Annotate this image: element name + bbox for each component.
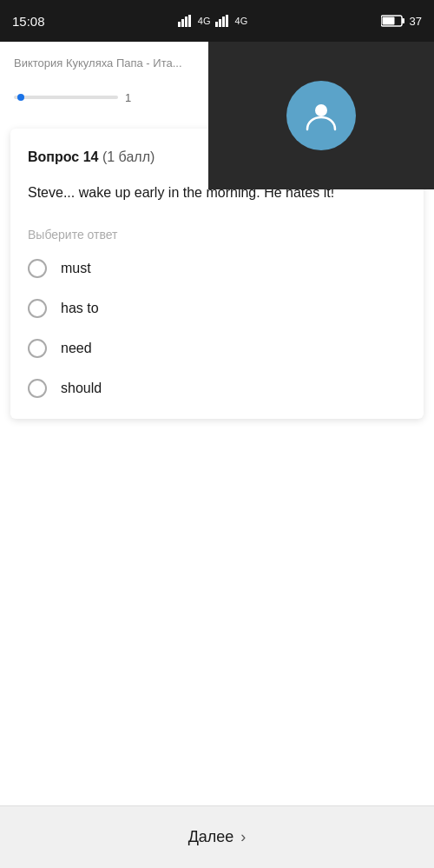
option-must[interactable]: must <box>28 259 406 278</box>
svg-rect-6 <box>222 17 225 27</box>
option-label-should: should <box>61 381 102 396</box>
svg-rect-2 <box>185 17 187 27</box>
svg-rect-1 <box>181 19 184 27</box>
option-label-has-to: has to <box>61 301 99 316</box>
header-bar: Виктория Кукуляха Папа - Ита... <box>0 42 208 83</box>
svg-rect-9 <box>402 18 404 23</box>
radio-inner-should <box>33 384 42 393</box>
option-label-must: must <box>61 261 91 276</box>
network-type2: 4G <box>235 16 248 26</box>
question-points: (1 балл) <box>102 149 155 164</box>
next-button[interactable]: Далее › <box>188 828 247 846</box>
option-need[interactable]: need <box>28 339 406 358</box>
status-icons: 4G 4G <box>178 15 247 27</box>
select-label: Выберите ответ <box>28 228 406 242</box>
svg-rect-5 <box>219 19 221 27</box>
option-has-to[interactable]: has to <box>28 299 406 318</box>
status-time: 15:08 <box>12 14 45 29</box>
signal2-icon <box>215 15 231 27</box>
svg-rect-4 <box>215 22 218 27</box>
signal-icon <box>178 15 194 27</box>
bottom-bar: Далее › <box>0 805 434 868</box>
option-should[interactable]: should <box>28 379 406 398</box>
radio-need[interactable] <box>28 339 47 358</box>
top-overlay <box>208 42 434 189</box>
network-type: 4G <box>198 16 211 26</box>
status-bar: 15:08 4G 4G 37 <box>0 0 434 42</box>
radio-inner-must <box>33 264 42 273</box>
option-label-need: need <box>61 341 92 356</box>
battery-icon <box>381 15 405 27</box>
svg-rect-0 <box>178 22 181 27</box>
progress-track <box>14 96 118 99</box>
header-title: Виктория Кукуляха Папа - Ита... <box>14 56 182 70</box>
svg-rect-7 <box>226 15 228 27</box>
question-number: Вопрос 14 <box>28 149 98 164</box>
radio-inner-need <box>33 344 42 353</box>
battery-level: 37 <box>410 15 422 28</box>
options-list: must has to need should <box>28 259 406 398</box>
next-label: Далее <box>188 828 234 846</box>
radio-has-to[interactable] <box>28 299 47 318</box>
svg-rect-10 <box>382 17 394 25</box>
progress-number: 1 <box>125 91 131 104</box>
radio-should[interactable] <box>28 379 47 398</box>
progress-area: 1 <box>0 83 208 111</box>
avatar-icon <box>302 96 340 135</box>
svg-point-11 <box>315 104 327 116</box>
avatar[interactable] <box>286 81 356 150</box>
svg-rect-3 <box>188 15 191 27</box>
chevron-right-icon: › <box>240 828 246 846</box>
status-right: 37 <box>381 15 422 28</box>
progress-dot <box>17 94 24 101</box>
radio-must[interactable] <box>28 259 47 278</box>
radio-inner-has-to <box>33 304 42 313</box>
